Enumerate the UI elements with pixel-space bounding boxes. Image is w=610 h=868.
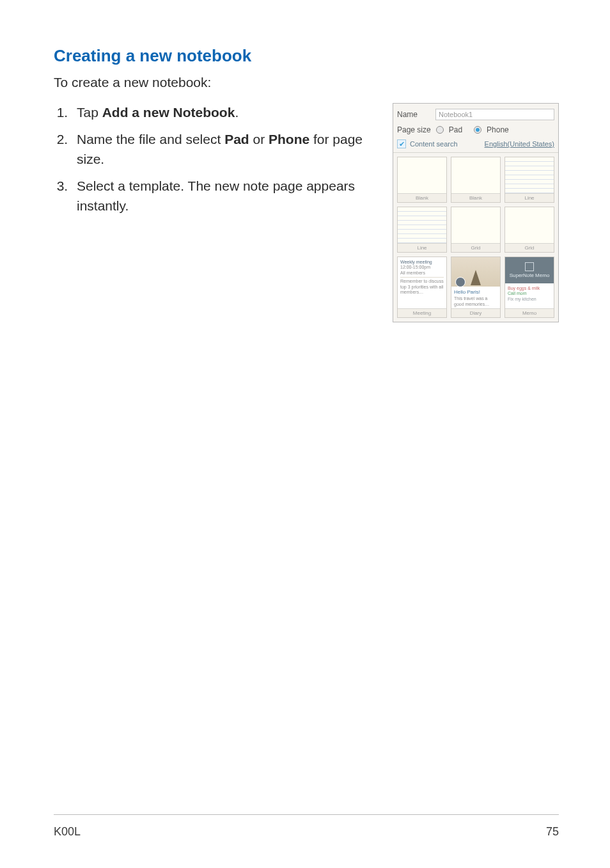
step-1: Tap Add a new Notebook. bbox=[72, 103, 375, 122]
footer-page-number: 75 bbox=[546, 825, 559, 839]
notebook-name-input[interactable] bbox=[435, 109, 554, 120]
template-memo[interactable]: SuperNote Memo Buy eggs & milk Call mom … bbox=[504, 256, 554, 318]
pagesize-label: Page size bbox=[397, 125, 431, 134]
step-2-mid: or bbox=[249, 132, 269, 146]
memo-item-3: Fix my kitchen bbox=[508, 297, 551, 302]
step-1-pre: Tap bbox=[77, 105, 102, 120]
template-grid-1[interactable]: Grid bbox=[451, 207, 501, 253]
avatar-icon bbox=[455, 277, 465, 287]
template-line-2[interactable]: Line bbox=[397, 207, 447, 253]
template-blank-2[interactable]: Blank bbox=[451, 157, 501, 203]
footer-model: K00L bbox=[54, 825, 81, 839]
diary-text: This travel was a good memories… bbox=[454, 296, 497, 307]
preview-line bbox=[398, 207, 446, 244]
preview-grid bbox=[451, 207, 500, 244]
meeting-time: 12:00-15:00pm bbox=[400, 265, 444, 270]
new-notebook-dialog: Name Page size Pad Phone ✔ Content searc… bbox=[393, 103, 559, 322]
template-line-1[interactable]: Line bbox=[504, 157, 554, 203]
section-heading: Creating a new notebook bbox=[54, 46, 559, 66]
memo-header: SuperNote Memo bbox=[505, 257, 554, 283]
radio-pad-label: Pad bbox=[449, 125, 462, 134]
template-grid-2[interactable]: Grid bbox=[504, 207, 554, 253]
content-search-checkbox[interactable]: ✔ bbox=[397, 139, 406, 148]
page-footer: K00L 75 bbox=[54, 814, 559, 839]
step-2-pre: Name the file and select bbox=[77, 132, 224, 146]
template-meeting[interactable]: Weekly meeting 12:00-15:00pm All members… bbox=[397, 256, 447, 318]
radio-phone[interactable] bbox=[474, 126, 481, 134]
radio-phone-label: Phone bbox=[487, 125, 509, 134]
step-2-bold-1: Pad bbox=[224, 132, 249, 146]
preview-line bbox=[505, 157, 554, 194]
preview-blank bbox=[398, 157, 446, 194]
caption-line: Line bbox=[398, 244, 446, 252]
radio-pad[interactable] bbox=[436, 126, 444, 134]
steps-list: Tap Add a new Notebook. Name the file an… bbox=[54, 103, 375, 216]
template-diary[interactable]: Hello Paris! This travel was a good memo… bbox=[451, 256, 501, 318]
diary-photo bbox=[451, 257, 500, 287]
caption-memo: Memo bbox=[505, 308, 554, 317]
caption-grid: Grid bbox=[451, 244, 500, 252]
meeting-members: All members bbox=[400, 271, 444, 276]
template-blank-1[interactable]: Blank bbox=[397, 157, 447, 203]
step-1-post: . bbox=[235, 105, 239, 120]
meeting-note: Remember to discuss top 3 priorities wit… bbox=[400, 277, 444, 295]
language-selector[interactable]: English(United States) bbox=[485, 140, 554, 148]
caption-blank: Blank bbox=[398, 194, 446, 202]
step-2: Name the file and select Pad or Phone fo… bbox=[72, 130, 375, 169]
intro-text: To create a new notebook: bbox=[54, 75, 559, 90]
template-grid: Blank Blank Line Line Grid bbox=[393, 153, 558, 256]
memo-item-2: Call mom bbox=[508, 291, 551, 296]
preview-grid bbox=[505, 207, 554, 244]
caption-meeting: Meeting bbox=[398, 308, 446, 317]
caption-grid: Grid bbox=[505, 244, 554, 252]
name-label: Name bbox=[397, 110, 430, 119]
step-3: Select a template. The new note page app… bbox=[72, 177, 375, 216]
memo-item-1: Buy eggs & milk bbox=[508, 286, 551, 291]
meeting-title: Weekly meeting bbox=[400, 260, 444, 265]
step-2-bold-2: Phone bbox=[269, 132, 309, 146]
content-search-label: Content search bbox=[410, 140, 458, 148]
caption-blank: Blank bbox=[451, 194, 500, 202]
memo-brand: SuperNote Memo bbox=[510, 272, 550, 278]
caption-diary: Diary bbox=[451, 308, 500, 317]
preview-blank bbox=[451, 157, 500, 194]
caption-line: Line bbox=[505, 194, 554, 202]
memo-icon bbox=[525, 262, 534, 271]
diary-title: Hello Paris! bbox=[454, 289, 497, 296]
step-1-bold: Add a new Notebook bbox=[102, 105, 235, 120]
